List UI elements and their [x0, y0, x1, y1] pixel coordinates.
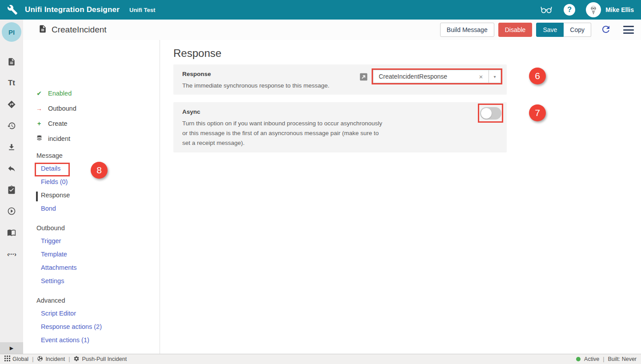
integration-label: Incident — [45, 356, 65, 362]
run-icon[interactable] — [7, 206, 16, 216]
active-label: Active — [584, 356, 599, 362]
dropdown-caret-icon[interactable]: ▾ — [489, 70, 501, 83]
separator: | — [603, 356, 604, 362]
nav-item-event-actions[interactable]: Event actions (1) — [41, 336, 89, 344]
user-avatar[interactable] — [586, 2, 601, 17]
response-reference-select[interactable]: CreateIncidentResponse × ▾ — [373, 70, 501, 83]
wrench-icon[interactable] — [0, 4, 25, 15]
clear-icon[interactable]: × — [473, 73, 489, 80]
page-title: CreateIncident — [52, 25, 107, 35]
nav-status-table[interactable]: incident — [36, 134, 70, 143]
record-header: CreateIncident Build Message Disable Sav… — [0, 20, 641, 40]
process-avatar[interactable]: PI — [2, 22, 21, 42]
nav-status-label: Enabled — [48, 90, 72, 97]
build-message-button[interactable]: Build Message — [440, 23, 494, 37]
top-app-bar: Unifi Integration Designer Unifi Test ? … — [0, 0, 641, 20]
nav-item-attachments[interactable]: Attachments — [41, 264, 77, 271]
save-button[interactable]: Save — [536, 23, 564, 37]
documentation-icon[interactable] — [7, 228, 16, 237]
annotation-box-bond — [35, 163, 70, 176]
disable-button[interactable]: Disable — [498, 23, 533, 37]
nav-item-fields[interactable]: Fields (0) — [41, 178, 68, 185]
grid-icon — [4, 356, 10, 363]
unifi-integration-designer: Unifi Integration Designer Unifi Test ? … — [0, 0, 641, 364]
annotation-box-response-select: CreateIncidentResponse × ▾ — [372, 68, 502, 84]
annotation-box-async-toggle — [478, 104, 503, 123]
reply-icon[interactable] — [7, 164, 16, 173]
scope-label: Global — [12, 356, 28, 362]
nav-status-enabled[interactable]: ✔ Enabled — [36, 89, 72, 98]
hamburger-menu-icon[interactable] — [623, 25, 634, 34]
annotation-badge-6: 6 — [529, 68, 546, 84]
annotation-badge-7: 7 — [529, 104, 546, 121]
response-select-value: CreateIncidentResponse — [373, 73, 473, 80]
icon-rail: Tt ‹···› — [0, 20, 23, 354]
messages-icon[interactable] — [7, 57, 16, 67]
tasks-icon[interactable] — [7, 185, 16, 195]
nav-section-outbound: Outbound — [36, 224, 65, 232]
refresh-icon[interactable] — [600, 24, 612, 36]
active-status-dot — [576, 357, 581, 361]
nav-section-advanced: Advanced — [36, 297, 65, 304]
nav-status-direction[interactable]: → Outbound — [36, 104, 76, 113]
process-item[interactable]: Push-Pull Incident — [73, 356, 127, 363]
async-toggle[interactable] — [480, 107, 501, 120]
arrow-right-icon: → — [36, 105, 43, 112]
user-name: Mike Ellis — [605, 6, 634, 13]
user-menu[interactable]: Mike Ellis — [586, 2, 634, 17]
check-icon: ✔ — [36, 90, 43, 97]
selected-indicator — [36, 192, 38, 201]
history-icon[interactable] — [7, 121, 16, 131]
nav-item-bond[interactable]: Bond — [41, 205, 56, 212]
nav-item-settings[interactable]: Settings — [41, 277, 64, 284]
gear-icon — [73, 356, 80, 363]
help-icon[interactable]: ? — [564, 4, 575, 16]
fields-icon[interactable]: Tt — [7, 78, 16, 88]
nav-item-template[interactable]: Template — [41, 251, 67, 258]
database-icon — [36, 135, 43, 143]
response-field-panel: Response The immediate synchronous respo… — [173, 64, 507, 95]
rail-expand-button[interactable]: ▶ — [0, 342, 23, 354]
process-label: Push-Pull Incident — [82, 356, 127, 362]
field-label: Async — [182, 108, 200, 115]
nav-item-response[interactable]: Response — [41, 192, 70, 199]
workspace-name[interactable]: Unifi Test — [129, 7, 155, 13]
spectacles-icon[interactable] — [540, 3, 553, 16]
code-icon[interactable]: ‹···› — [7, 249, 16, 259]
field-label: Response — [182, 71, 211, 77]
field-description: The immediate synchronous response to th… — [182, 81, 382, 91]
integration-item[interactable]: Incident — [37, 356, 65, 363]
nav-item-response-actions[interactable]: Response actions (2) — [41, 323, 102, 330]
annotation-badge-8: 8 — [91, 162, 108, 179]
message-nav-panel: ✔ Enabled → Outbound + Create incident M… — [23, 40, 160, 354]
async-field-panel: Async Turn this option on if you want in… — [173, 102, 507, 152]
plus-icon: + — [36, 120, 43, 127]
app-title: Unifi Integration Designer — [25, 5, 120, 14]
toggle-knob — [481, 108, 492, 119]
expand-arrow-icon: ▶ — [10, 345, 13, 351]
scope-item[interactable]: Global — [4, 356, 28, 363]
download-icon[interactable] — [7, 142, 16, 152]
preview-record-icon[interactable] — [359, 72, 369, 82]
document-icon — [38, 24, 47, 35]
copy-button[interactable]: Copy — [564, 23, 591, 37]
separator: | — [68, 356, 70, 362]
nav-status-label: Create — [48, 120, 68, 127]
separator: | — [32, 356, 33, 362]
status-bar: Global | Incident | Push-Pull Incident A… — [0, 354, 641, 364]
section-heading: Response — [173, 47, 221, 60]
transform-maps-icon[interactable] — [7, 100, 16, 109]
nav-item-trigger[interactable]: Trigger — [41, 237, 61, 244]
nav-status-label: incident — [48, 135, 70, 142]
nav-status-action[interactable]: + Create — [36, 119, 68, 128]
built-label: Built: Never — [608, 356, 637, 362]
nav-section-message: Message — [36, 152, 63, 159]
integration-icon — [37, 356, 43, 363]
field-description: Turn this option on if you want inbound … — [182, 119, 382, 148]
nav-item-script-editor[interactable]: Script Editor — [41, 310, 76, 317]
nav-status-label: Outbound — [48, 105, 76, 112]
